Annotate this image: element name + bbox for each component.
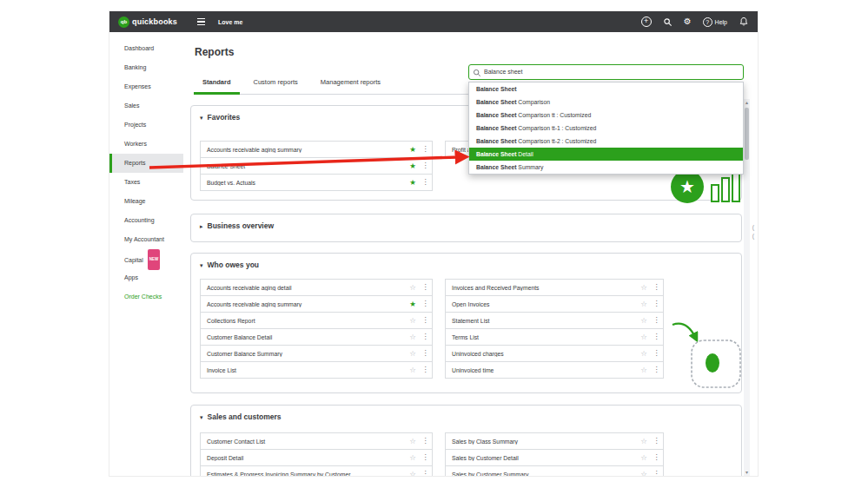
more-options-icon[interactable] bbox=[419, 333, 432, 340]
favorite-star-icon[interactable] bbox=[638, 284, 650, 292]
more-options-icon[interactable] bbox=[650, 333, 663, 340]
sidebar-item[interactable]: Order Checks bbox=[109, 287, 183, 307]
report-row[interactable]: Open Invoices bbox=[445, 295, 664, 313]
favorite-star-icon[interactable] bbox=[407, 454, 419, 462]
notifications-bell-icon[interactable] bbox=[739, 16, 749, 27]
more-options-icon[interactable] bbox=[419, 454, 432, 461]
favorite-star-icon[interactable] bbox=[638, 366, 650, 374]
search-suggestion[interactable]: Balance Sheet Comparison tt : Customized bbox=[469, 109, 743, 122]
favorite-star-icon[interactable] bbox=[638, 300, 650, 308]
sidebar-item[interactable]: Sales bbox=[109, 96, 183, 115]
more-options-icon[interactable] bbox=[419, 179, 432, 186]
favorite-star-icon[interactable] bbox=[407, 438, 419, 445]
create-new-icon[interactable] bbox=[641, 16, 652, 27]
favorite-star-icon[interactable] bbox=[407, 162, 419, 170]
more-options-icon[interactable] bbox=[419, 350, 432, 357]
more-options-icon[interactable] bbox=[419, 317, 432, 324]
more-options-icon[interactable] bbox=[419, 471, 432, 477]
report-row[interactable]: Accounts receivable aging detail bbox=[200, 279, 433, 296]
more-options-icon[interactable] bbox=[419, 284, 432, 291]
sidebar-item[interactable]: Workers bbox=[109, 135, 183, 154]
more-options-icon[interactable] bbox=[650, 438, 663, 445]
more-options-icon[interactable] bbox=[650, 366, 663, 373]
report-row[interactable]: Invoice List bbox=[200, 361, 433, 379]
sidebar-item[interactable]: Expenses bbox=[109, 77, 183, 96]
help-button[interactable]: Help bbox=[703, 17, 727, 27]
more-options-icon[interactable] bbox=[650, 300, 663, 307]
report-row[interactable]: Sales by Class Summary bbox=[445, 432, 664, 450]
report-row[interactable]: Customer Balance Detail bbox=[200, 328, 433, 346]
favorite-star-icon[interactable] bbox=[407, 146, 419, 154]
more-options-icon[interactable] bbox=[419, 300, 432, 307]
favorite-star-icon[interactable] bbox=[638, 317, 650, 325]
sidebar-item[interactable]: Projects bbox=[109, 115, 183, 135]
section-header-business-overview[interactable]: Business overview bbox=[200, 221, 274, 230]
favorite-star-icon[interactable] bbox=[407, 317, 419, 325]
report-row[interactable]: Customer Balance Summary bbox=[200, 345, 433, 362]
report-row[interactable]: Budget vs. Actuals bbox=[200, 174, 433, 191]
sidebar-item[interactable]: Reports bbox=[109, 154, 183, 173]
report-row[interactable]: Collections Report bbox=[200, 312, 433, 329]
report-row[interactable]: Terms List bbox=[445, 328, 664, 346]
vertical-scrollbar[interactable] bbox=[744, 99, 750, 476]
favorite-star-icon[interactable] bbox=[407, 350, 419, 358]
favorite-star-icon[interactable] bbox=[638, 454, 650, 462]
favorite-star-icon[interactable] bbox=[407, 300, 419, 308]
report-row[interactable]: Balance Sheet bbox=[200, 157, 433, 175]
report-row[interactable]: Invoices and Received Payments bbox=[445, 279, 664, 296]
sidebar-item[interactable]: Dashboard bbox=[109, 39, 183, 58]
search-suggestion[interactable]: Balance Sheet Comparison tt-1 : Customiz… bbox=[469, 122, 743, 135]
section-header-favorites[interactable]: Favorites bbox=[200, 113, 240, 122]
search-suggestion[interactable]: Balance Sheet Comparison bbox=[469, 96, 743, 109]
favorite-star-icon[interactable] bbox=[407, 366, 419, 374]
sidebar-item[interactable]: My Accountant bbox=[109, 230, 183, 249]
sidebar-item[interactable]: Banking bbox=[109, 58, 183, 77]
more-options-icon[interactable] bbox=[650, 454, 663, 461]
tab[interactable]: Standard bbox=[194, 74, 240, 94]
sidebar-item[interactable]: Mileage bbox=[109, 192, 183, 211]
sidebar-item[interactable]: Taxes bbox=[109, 173, 183, 192]
favorite-star-icon[interactable] bbox=[407, 333, 419, 341]
sidebar-item[interactable]: Capital NEW bbox=[109, 249, 183, 268]
report-row[interactable]: Uninvoiced charges bbox=[445, 345, 664, 362]
report-row[interactable]: Sales by Customer Summary bbox=[445, 465, 664, 477]
search-suggestion[interactable]: Balance Sheet Summary bbox=[469, 161, 743, 174]
collapsed-side-tab[interactable] bbox=[750, 223, 757, 241]
more-options-icon[interactable] bbox=[650, 471, 663, 477]
favorite-star-icon[interactable] bbox=[638, 471, 650, 477]
section-header-sales-and-customers[interactable]: Sales and customers bbox=[200, 412, 282, 421]
scroll-up-arrow[interactable] bbox=[744, 99, 750, 106]
tab[interactable]: Custom reports bbox=[245, 74, 307, 94]
search-suggestion[interactable]: Balance Sheet Comparison tt-2 : Customiz… bbox=[469, 135, 743, 148]
section-header-who-owes-you[interactable]: Who owes you bbox=[200, 260, 259, 269]
tab[interactable]: Management reports bbox=[312, 74, 389, 94]
report-row[interactable]: Statement List bbox=[445, 312, 664, 329]
report-row[interactable]: Sales by Customer Detail bbox=[445, 449, 664, 466]
report-row[interactable]: Deposit Detail bbox=[200, 449, 433, 466]
more-options-icon[interactable] bbox=[419, 438, 432, 445]
report-row[interactable]: Estimates & Progress Invoicing Summary b… bbox=[200, 465, 433, 477]
favorite-star-icon[interactable] bbox=[407, 284, 419, 292]
more-options-icon[interactable] bbox=[650, 284, 663, 291]
quickbooks-logo[interactable]: quickbooks bbox=[118, 16, 177, 28]
favorite-star-icon[interactable] bbox=[407, 471, 419, 477]
report-row[interactable]: Accounts receivable aging summary bbox=[200, 141, 433, 158]
more-options-icon[interactable] bbox=[419, 146, 432, 153]
report-search-input[interactable] bbox=[468, 64, 744, 80]
more-options-icon[interactable] bbox=[419, 366, 432, 373]
report-row[interactable]: Accounts receivable aging summary bbox=[200, 295, 433, 313]
favorite-star-icon[interactable] bbox=[407, 179, 419, 187]
scroll-down-arrow[interactable] bbox=[744, 469, 750, 476]
report-row[interactable]: Uninvoiced time bbox=[445, 361, 664, 379]
search-suggestion[interactable]: Balance Sheet Detail bbox=[469, 148, 743, 161]
search-suggestion[interactable]: Balance Sheet bbox=[469, 82, 743, 96]
more-options-icon[interactable] bbox=[650, 317, 663, 324]
favorite-star-icon[interactable] bbox=[638, 333, 650, 341]
gear-icon[interactable] bbox=[684, 17, 692, 26]
more-options-icon[interactable] bbox=[419, 162, 432, 169]
favorite-star-icon[interactable] bbox=[638, 350, 650, 358]
sidebar-item[interactable]: Apps bbox=[109, 268, 183, 287]
hamburger-menu-icon[interactable] bbox=[195, 16, 208, 28]
favorite-star-icon[interactable] bbox=[638, 438, 650, 445]
search-icon[interactable] bbox=[663, 17, 673, 27]
